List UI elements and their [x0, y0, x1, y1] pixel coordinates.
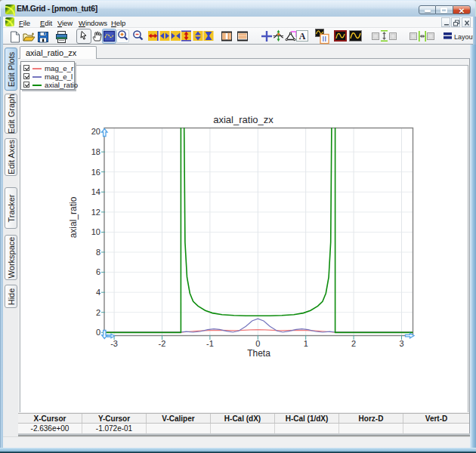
svg-text:-3: -3: [110, 339, 118, 348]
svg-text:-1: -1: [206, 339, 214, 348]
svg-text:4: 4: [96, 288, 100, 297]
svg-text:20: 20: [91, 127, 100, 136]
svg-text:0: 0: [255, 339, 260, 348]
svg-text:3: 3: [399, 339, 403, 348]
svg-text:Layout: Layout: [454, 33, 473, 41]
svg-text:A: A: [299, 31, 306, 42]
svg-text:axial_ratio: axial_ratio: [68, 196, 79, 238]
svg-text:18: 18: [91, 147, 100, 156]
svg-text:16: 16: [91, 168, 100, 177]
svg-text:2: 2: [351, 339, 356, 348]
svg-text:axial_ratio_zx: axial_ratio_zx: [213, 114, 274, 125]
svg-text:2: 2: [96, 308, 100, 317]
svg-text:8: 8: [96, 248, 100, 257]
svg-text:1: 1: [304, 339, 308, 348]
svg-text:12: 12: [91, 208, 100, 217]
svg-text:14: 14: [91, 187, 100, 196]
svg-text:0: 0: [96, 328, 100, 337]
svg-text:6: 6: [96, 267, 100, 276]
svg-text:-2: -2: [159, 339, 166, 348]
svg-text:10: 10: [91, 227, 100, 236]
svg-text:Theta: Theta: [247, 348, 270, 359]
